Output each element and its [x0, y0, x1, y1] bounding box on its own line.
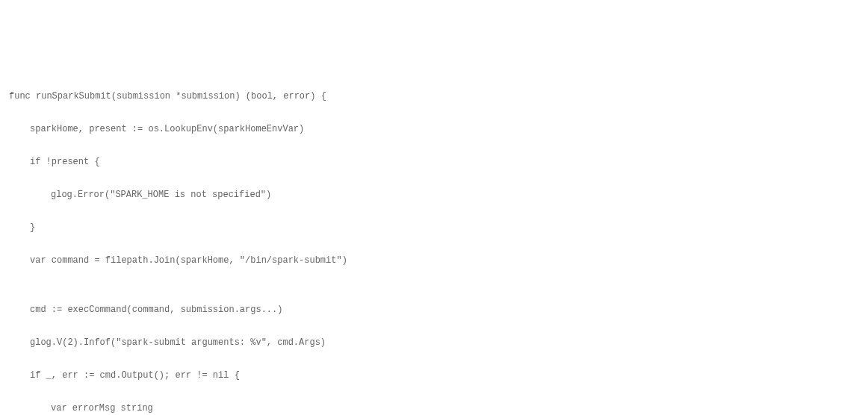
code-line: } [9, 219, 859, 236]
code-line: sparkHome, present := os.LookupEnv(spark… [9, 121, 859, 137]
code-line: var errorMsg string [9, 400, 859, 415]
code-line: var command = filepath.Join(sparkHome, "… [9, 252, 859, 269]
code-line: if _, err := cmd.Output(); err != nil { [9, 367, 859, 384]
code-line: func runSparkSubmit(submission *submissi… [9, 88, 859, 104]
code-line: glog.V(2).Infof("spark-submit arguments:… [9, 334, 859, 351]
code-line: glog.Error("SPARK_HOME is not specified"… [9, 187, 859, 203]
code-line: cmd := execCommand(command, submission.a… [9, 302, 859, 318]
code-line: if !present { [9, 154, 859, 170]
code-block: func runSparkSubmit(submission *submissi… [9, 72, 859, 415]
